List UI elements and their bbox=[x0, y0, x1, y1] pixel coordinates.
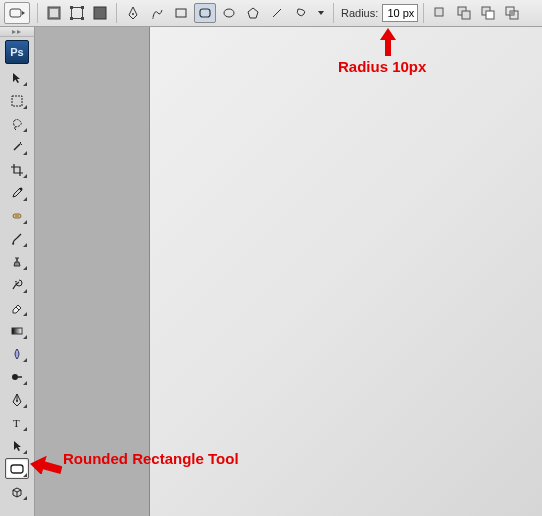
svg-rect-21 bbox=[510, 11, 514, 15]
svg-rect-2 bbox=[50, 9, 58, 17]
pathop-subtract-icon[interactable] bbox=[477, 3, 499, 23]
pen-tool[interactable] bbox=[5, 389, 29, 410]
rounded-rectangle-tool[interactable] bbox=[5, 458, 29, 479]
svg-text:T: T bbox=[13, 417, 20, 429]
custom-shape-icon[interactable] bbox=[290, 3, 312, 23]
marquee-tool[interactable] bbox=[5, 90, 29, 111]
canvas-area[interactable] bbox=[150, 27, 542, 516]
radius-input[interactable] bbox=[382, 4, 418, 22]
clone-stamp-tool[interactable] bbox=[5, 251, 29, 272]
pathop-intersect-icon[interactable] bbox=[501, 3, 523, 23]
rounded-rectangle-shape-icon[interactable] bbox=[194, 3, 216, 23]
toolbox-grip[interactable]: ▸▸ bbox=[0, 27, 34, 37]
crop-tool[interactable] bbox=[5, 159, 29, 180]
workspace: ▸▸ Ps bbox=[0, 27, 542, 516]
svg-rect-6 bbox=[70, 17, 73, 20]
separator bbox=[333, 3, 334, 23]
radius-label: Radius: bbox=[341, 7, 378, 19]
separator bbox=[37, 3, 38, 23]
svg-point-25 bbox=[20, 187, 23, 190]
svg-rect-7 bbox=[81, 17, 84, 20]
svg-point-9 bbox=[132, 13, 134, 15]
freeform-pen-icon[interactable] bbox=[146, 3, 168, 23]
dodge-tool[interactable] bbox=[5, 366, 29, 387]
ellipse-shape-icon[interactable] bbox=[218, 3, 240, 23]
polygon-shape-icon[interactable] bbox=[242, 3, 264, 23]
gradient-tool[interactable] bbox=[5, 320, 29, 341]
svg-point-34 bbox=[16, 400, 18, 402]
line-shape-icon[interactable] bbox=[266, 3, 288, 23]
fill-pixels-mode-icon[interactable] bbox=[89, 3, 111, 23]
photoshop-logo-icon: Ps bbox=[5, 40, 29, 64]
lasso-tool[interactable] bbox=[5, 113, 29, 134]
path-selection-tool[interactable] bbox=[5, 435, 29, 456]
svg-rect-0 bbox=[10, 9, 21, 17]
paths-mode-icon[interactable] bbox=[66, 3, 88, 23]
svg-rect-18 bbox=[486, 11, 494, 19]
svg-rect-36 bbox=[11, 465, 23, 473]
svg-rect-22 bbox=[12, 96, 22, 106]
svg-point-12 bbox=[224, 9, 234, 17]
toolbox: ▸▸ Ps bbox=[0, 27, 35, 516]
svg-line-13 bbox=[273, 9, 281, 17]
document-gutter bbox=[35, 27, 150, 516]
svg-rect-30 bbox=[12, 328, 22, 334]
pathop-new-icon[interactable] bbox=[429, 3, 451, 23]
shape-options-dropdown-icon[interactable] bbox=[314, 3, 328, 23]
svg-rect-16 bbox=[462, 11, 470, 19]
svg-rect-5 bbox=[81, 6, 84, 9]
healing-brush-tool[interactable] bbox=[5, 205, 29, 226]
svg-rect-28 bbox=[16, 258, 18, 262]
history-brush-tool[interactable] bbox=[5, 274, 29, 295]
3d-tool[interactable] bbox=[5, 481, 29, 502]
pen-tool-icon[interactable] bbox=[122, 3, 144, 23]
svg-rect-3 bbox=[72, 8, 83, 19]
svg-rect-14 bbox=[435, 8, 443, 16]
options-bar: Radius: bbox=[0, 0, 542, 27]
move-tool[interactable] bbox=[5, 67, 29, 88]
type-tool[interactable]: T bbox=[5, 412, 29, 433]
separator bbox=[116, 3, 117, 23]
svg-point-31 bbox=[12, 374, 18, 380]
separator bbox=[423, 3, 424, 23]
svg-line-23 bbox=[14, 144, 20, 150]
pathop-add-icon[interactable] bbox=[453, 3, 475, 23]
svg-rect-11 bbox=[200, 9, 210, 17]
shape-layers-mode-icon[interactable] bbox=[43, 3, 65, 23]
svg-rect-4 bbox=[70, 6, 73, 9]
eyedropper-tool[interactable] bbox=[5, 182, 29, 203]
magic-wand-tool[interactable] bbox=[5, 136, 29, 157]
brush-tool[interactable] bbox=[5, 228, 29, 249]
eraser-tool[interactable] bbox=[5, 297, 29, 318]
rectangle-shape-icon[interactable] bbox=[170, 3, 192, 23]
svg-point-24 bbox=[20, 143, 21, 144]
svg-rect-8 bbox=[94, 7, 106, 19]
blur-tool[interactable] bbox=[5, 343, 29, 364]
tool-preset-picker[interactable] bbox=[4, 2, 30, 24]
svg-rect-10 bbox=[176, 9, 186, 17]
shape-mode-group bbox=[43, 3, 111, 23]
